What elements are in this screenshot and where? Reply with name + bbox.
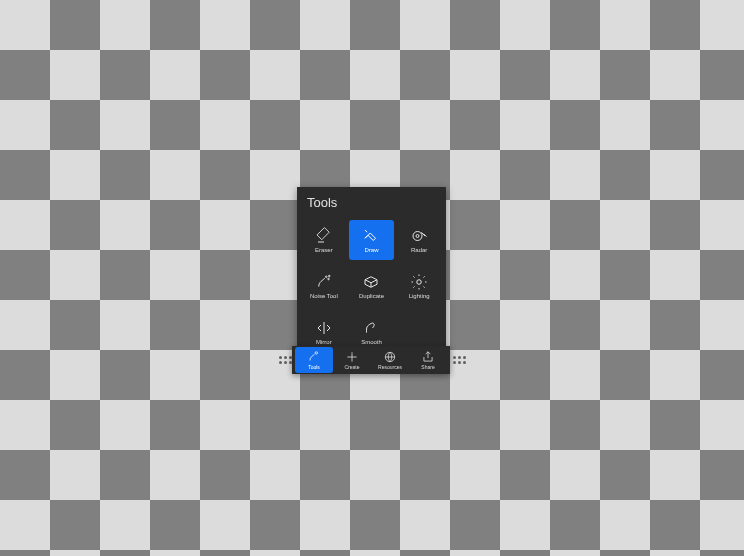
drag-handle-right[interactable] bbox=[452, 346, 466, 374]
tool-label: Duplicate bbox=[359, 293, 384, 299]
noise-tool-icon bbox=[315, 273, 333, 291]
tool-radar[interactable]: Radar bbox=[396, 220, 442, 260]
radar-icon bbox=[410, 227, 428, 245]
tool-label: Noise Tool bbox=[310, 293, 338, 299]
tool-label: Lighting bbox=[409, 293, 430, 299]
grip-dot bbox=[284, 356, 287, 359]
tool-label: Draw bbox=[364, 247, 378, 253]
tab-label: Tools bbox=[308, 365, 320, 370]
tools-panel: Tools Eraser Draw Radar Noise Tool bbox=[297, 187, 446, 360]
draw-icon bbox=[362, 227, 380, 245]
svg-point-0 bbox=[413, 232, 422, 241]
tab-label: Create bbox=[344, 365, 359, 370]
tab-label: Resources bbox=[378, 365, 402, 370]
svg-point-1 bbox=[416, 235, 419, 238]
tab-share[interactable]: Share bbox=[409, 347, 447, 373]
tool-label: Mirror bbox=[316, 339, 332, 345]
duplicate-icon bbox=[362, 273, 380, 291]
grip-dot bbox=[458, 356, 461, 359]
grip-dot bbox=[453, 361, 456, 364]
grip-dot bbox=[279, 361, 282, 364]
tab-create[interactable]: Create bbox=[333, 347, 371, 373]
bottom-toolbar: Tools Create Resources Share bbox=[292, 346, 450, 374]
grip-dot bbox=[463, 361, 466, 364]
smooth-icon bbox=[362, 319, 380, 337]
tool-eraser[interactable]: Eraser bbox=[301, 220, 347, 260]
eraser-icon bbox=[315, 227, 333, 245]
drag-handle-left[interactable] bbox=[278, 346, 292, 374]
tab-label: Share bbox=[421, 365, 434, 370]
svg-point-3 bbox=[328, 278, 330, 280]
tool-lighting[interactable]: Lighting bbox=[396, 266, 442, 306]
grip-dot bbox=[453, 356, 456, 359]
svg-point-4 bbox=[328, 275, 330, 277]
tool-duplicate[interactable]: Duplicate bbox=[349, 266, 395, 306]
grip-dot bbox=[458, 361, 461, 364]
tools-tab-icon bbox=[307, 350, 321, 364]
mirror-icon bbox=[315, 319, 333, 337]
grip-dot bbox=[279, 356, 282, 359]
share-icon bbox=[421, 350, 435, 364]
tools-grid: Eraser Draw Radar Noise Tool Duplicate bbox=[297, 218, 446, 360]
tab-resources[interactable]: Resources bbox=[371, 347, 409, 373]
svg-point-5 bbox=[417, 280, 422, 285]
tool-label: Radar bbox=[411, 247, 427, 253]
tool-draw[interactable]: Draw bbox=[349, 220, 395, 260]
tab-tools[interactable]: Tools bbox=[295, 347, 333, 373]
lighting-icon bbox=[410, 273, 428, 291]
svg-point-6 bbox=[315, 352, 317, 354]
create-icon bbox=[345, 350, 359, 364]
grip-dot bbox=[284, 361, 287, 364]
tool-noise[interactable]: Noise Tool bbox=[301, 266, 347, 306]
tools-panel-title: Tools bbox=[297, 187, 446, 218]
bottom-toolbar-wrap: Tools Create Resources Share bbox=[278, 346, 466, 374]
tool-label: Smooth bbox=[361, 339, 382, 345]
tool-label: Eraser bbox=[315, 247, 333, 253]
globe-icon bbox=[383, 350, 397, 364]
svg-point-2 bbox=[325, 276, 327, 278]
grip-dot bbox=[463, 356, 466, 359]
